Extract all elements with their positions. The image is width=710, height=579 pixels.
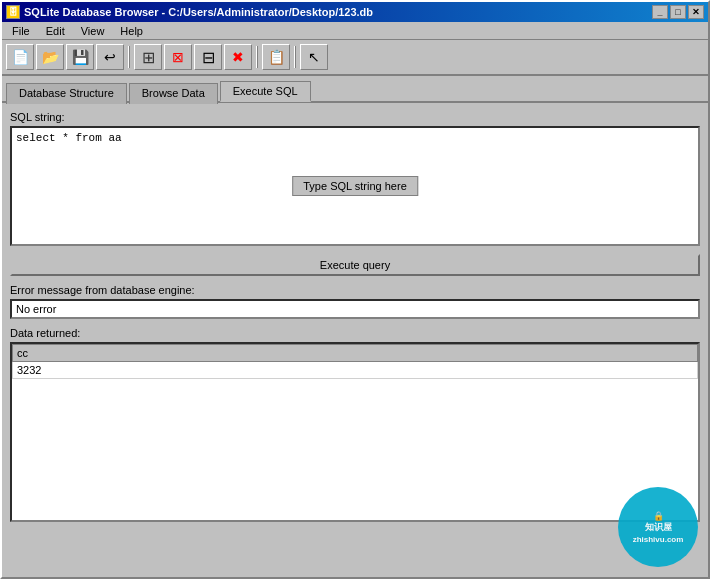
sql-label: SQL string: bbox=[10, 111, 700, 123]
title-bar-controls: _ □ ✕ bbox=[652, 5, 704, 19]
title-bar-left: 🗄 SQLite Database Browser - C:/Users/Adm… bbox=[6, 5, 373, 19]
table-delete-button[interactable]: ⊠ bbox=[164, 44, 192, 70]
tabs-bar: Database Structure Browse Data Execute S… bbox=[2, 76, 708, 103]
table-cell-value: 3232 bbox=[13, 362, 698, 379]
title-bar: 🗄 SQLite Database Browser - C:/Users/Adm… bbox=[2, 2, 708, 22]
menu-bar: File Edit View Help bbox=[2, 22, 708, 40]
menu-edit[interactable]: Edit bbox=[40, 24, 71, 38]
error-section: Error message from database engine: bbox=[10, 284, 700, 319]
toolbar-separator-3 bbox=[294, 46, 296, 68]
data-label: Data returned: bbox=[10, 327, 700, 339]
open-button[interactable]: 📂 bbox=[36, 44, 64, 70]
main-window: 🗄 SQLite Database Browser - C:/Users/Adm… bbox=[0, 0, 710, 579]
table-row: 3232 bbox=[13, 362, 698, 379]
save-button[interactable]: 💾 bbox=[66, 44, 94, 70]
sql-area-container: select * from aa Type SQL string here bbox=[10, 126, 700, 246]
toolbar-separator-2 bbox=[256, 46, 258, 68]
execute-query-button[interactable]: Execute query bbox=[10, 254, 700, 276]
sql-placeholder-button[interactable]: Type SQL string here bbox=[292, 176, 418, 196]
tab-database-structure[interactable]: Database Structure bbox=[6, 83, 127, 104]
app-icon: 🗄 bbox=[6, 5, 20, 19]
content-area: SQL string: select * from aa Type SQL st… bbox=[2, 103, 708, 577]
close-button[interactable]: ✕ bbox=[688, 5, 704, 19]
new-button[interactable]: 📄 bbox=[6, 44, 34, 70]
undo-button[interactable]: ↩ bbox=[96, 44, 124, 70]
error-message-input[interactable] bbox=[10, 299, 700, 319]
export-button[interactable]: 📋 bbox=[262, 44, 290, 70]
toolbar-separator-1 bbox=[128, 46, 130, 68]
table-header-row: cc bbox=[13, 345, 698, 362]
data-table-container: cc 3232 bbox=[10, 342, 700, 522]
watermark: 🔒知识屋zhishivu.com bbox=[618, 487, 698, 567]
menu-file[interactable]: File bbox=[6, 24, 36, 38]
tab-execute-sql[interactable]: Execute SQL bbox=[220, 81, 311, 102]
minimize-button[interactable]: _ bbox=[652, 5, 668, 19]
watermark-text: 🔒知识屋zhishivu.com bbox=[633, 511, 684, 544]
cursor-button[interactable]: ↖ bbox=[300, 44, 328, 70]
data-section: Data returned: cc 3232 bbox=[10, 327, 700, 569]
menu-help[interactable]: Help bbox=[114, 24, 149, 38]
tab-browse-data[interactable]: Browse Data bbox=[129, 83, 218, 104]
toolbar: 📄 📂 💾 ↩ ⊞ ⊠ ⊟ ✖ 📋 ↖ bbox=[2, 40, 708, 76]
maximize-button[interactable]: □ bbox=[670, 5, 686, 19]
column-header-cc: cc bbox=[13, 345, 698, 362]
row-delete-button[interactable]: ✖ bbox=[224, 44, 252, 70]
window-title: SQLite Database Browser - C:/Users/Admin… bbox=[24, 6, 373, 18]
menu-view[interactable]: View bbox=[75, 24, 111, 38]
data-table: cc 3232 bbox=[12, 344, 698, 379]
row-add-button[interactable]: ⊟ bbox=[194, 44, 222, 70]
error-label: Error message from database engine: bbox=[10, 284, 700, 296]
table-new-button[interactable]: ⊞ bbox=[134, 44, 162, 70]
